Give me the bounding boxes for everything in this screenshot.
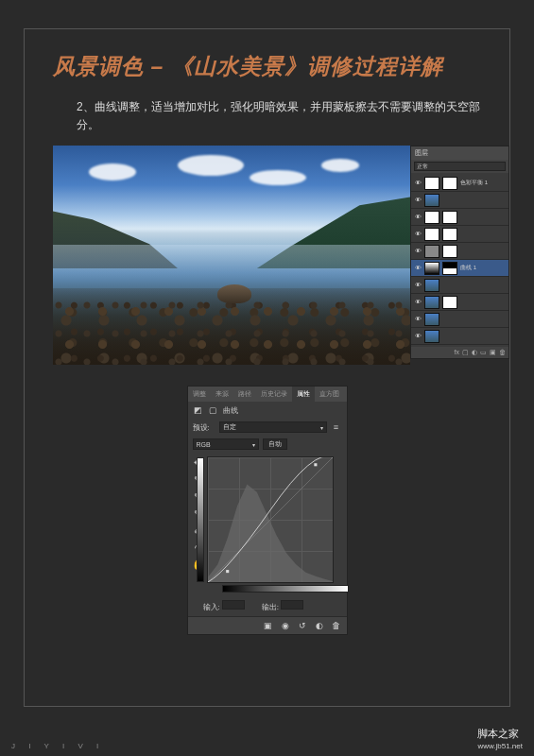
layer-thumb — [424, 279, 439, 292]
page-title: 风景调色 – 《山水美景》调修过程详解 — [53, 52, 481, 81]
folder-icon[interactable]: ▭ — [480, 349, 487, 356]
layer-thumb — [424, 228, 439, 241]
output-gradient — [197, 457, 204, 582]
mask-indicator-icon: ▢ — [208, 404, 219, 416]
channel-select[interactable]: RGB ▾ — [193, 438, 259, 450]
layer-mask-thumb — [442, 262, 457, 275]
curves-type-label: 曲线 — [223, 405, 238, 416]
layer-row[interactable]: 👁 — [411, 226, 508, 243]
layer-thumb — [424, 330, 439, 343]
new-layer-icon[interactable]: ▣ — [490, 349, 496, 356]
panel-tab[interactable]: 直方图 — [315, 387, 344, 402]
panel-tab[interactable]: 调整 — [188, 387, 211, 402]
layers-tab[interactable]: 图层 — [411, 146, 508, 160]
curve-control-point[interactable] — [226, 570, 229, 573]
layer-row[interactable]: 👁 — [411, 294, 508, 311]
watermark-url: www.jb51.net — [477, 742, 523, 750]
fx-icon[interactable]: fx — [455, 349, 459, 356]
layer-row[interactable]: 👁 — [411, 311, 508, 328]
rock-foreground — [217, 284, 251, 303]
visibility-icon[interactable]: 👁 — [414, 214, 422, 221]
layer-thumb — [424, 194, 439, 207]
delete-icon[interactable]: 🗑 — [331, 620, 342, 631]
visibility-icon[interactable]: 👁 — [414, 299, 422, 306]
adjustment-icon[interactable]: ◐ — [472, 349, 477, 356]
watermark: 脚本之家 — [477, 727, 523, 741]
visibility-icon[interactable]: 👁 — [414, 282, 422, 289]
curves-graph[interactable] — [207, 456, 334, 583]
chevron-down-icon: ▾ — [252, 441, 255, 448]
layer-mask-thumb — [442, 177, 457, 190]
layer-mask-thumb — [442, 245, 457, 258]
panel-tab[interactable]: 属性 — [292, 387, 315, 402]
input-label: 输入: — [203, 600, 245, 612]
canvas-preview[interactable] — [53, 146, 410, 365]
output-field[interactable] — [281, 600, 303, 610]
clip-icon[interactable]: ▣ — [263, 620, 274, 631]
layer-mask-thumb — [442, 228, 457, 241]
panel-tab[interactable]: 路径 — [233, 387, 256, 402]
panel-tab[interactable]: 来源 — [211, 387, 233, 402]
layer-thumb — [424, 262, 439, 275]
visibility-icon[interactable]: 👁 — [414, 316, 422, 323]
layer-mask-thumb — [442, 211, 457, 224]
output-label: 输出: — [262, 600, 303, 612]
view-previous-icon[interactable]: ◉ — [280, 620, 291, 631]
step-description: 2、曲线调整，适当增加对比，强化明暗效果，并用蒙板擦去不需要调整的天空部分。 — [77, 98, 481, 134]
auto-button[interactable]: 自动 — [263, 438, 287, 450]
curve-control-point[interactable] — [314, 464, 317, 467]
layer-row[interactable]: 👁 — [411, 277, 508, 294]
toggle-visibility-icon[interactable]: ◐ — [314, 620, 325, 631]
layer-thumb — [424, 177, 439, 190]
footer-brand: J I Y I V I — [11, 742, 104, 750]
layer-mask-thumb — [442, 296, 457, 309]
layers-footer: fx ▢ ◐ ▭ ▣ 🗑 — [411, 347, 508, 358]
layer-row[interactable]: 👁色彩平衡 1 — [411, 175, 508, 192]
mask-icon[interactable]: ▢ — [462, 349, 469, 356]
curves-type-icon: ◩ — [193, 404, 204, 416]
layer-thumb — [424, 296, 439, 309]
screenshot-row: 图层 正常 👁色彩平衡 1👁👁👁👁👁曲线 1👁👁👁👁 fx ▢ ◐ ▭ ▣ 🗑 — [53, 146, 509, 365]
panel-tab[interactable]: 历史记录 — [256, 387, 292, 402]
layer-row[interactable]: 👁 — [411, 192, 508, 209]
layer-name: 曲线 1 — [460, 264, 506, 272]
input-gradient — [222, 585, 349, 593]
blend-mode-select[interactable]: 正常 — [414, 162, 506, 171]
visibility-icon[interactable]: 👁 — [414, 248, 422, 255]
layer-row[interactable]: 👁 — [411, 243, 508, 260]
trash-icon[interactable]: 🗑 — [499, 349, 506, 356]
visibility-icon[interactable]: 👁 — [414, 333, 422, 340]
preset-menu-icon[interactable]: ≡ — [331, 421, 342, 433]
layer-thumb — [424, 211, 439, 224]
preset-label: 预设: — [193, 422, 215, 433]
input-field[interactable] — [222, 600, 245, 610]
chevron-down-icon: ▾ — [320, 424, 323, 431]
reset-icon[interactable]: ↺ — [297, 620, 308, 631]
visibility-icon[interactable]: 👁 — [414, 231, 422, 238]
layer-row[interactable]: 👁 — [411, 328, 508, 345]
layer-row[interactable]: 👁 — [411, 209, 508, 226]
layer-name: 色彩平衡 1 — [460, 179, 506, 187]
visibility-icon[interactable]: 👁 — [414, 180, 422, 187]
visibility-icon[interactable]: 👁 — [414, 265, 422, 272]
visibility-icon[interactable]: 👁 — [414, 197, 422, 204]
preset-select[interactable]: 自定 ▾ — [219, 421, 327, 433]
layer-thumb — [424, 245, 439, 258]
layer-row[interactable]: 👁曲线 1 — [411, 260, 508, 277]
curves-panel: 调整来源路径历史记录属性直方图 ◩ ▢ 曲线 预设: 自定 ▾ ≡ RGB ▾ — [187, 386, 348, 635]
layer-thumb — [424, 313, 439, 326]
layers-panel: 图层 正常 👁色彩平衡 1👁👁👁👁👁曲线 1👁👁👁👁 fx ▢ ◐ ▭ ▣ 🗑 — [410, 146, 509, 359]
